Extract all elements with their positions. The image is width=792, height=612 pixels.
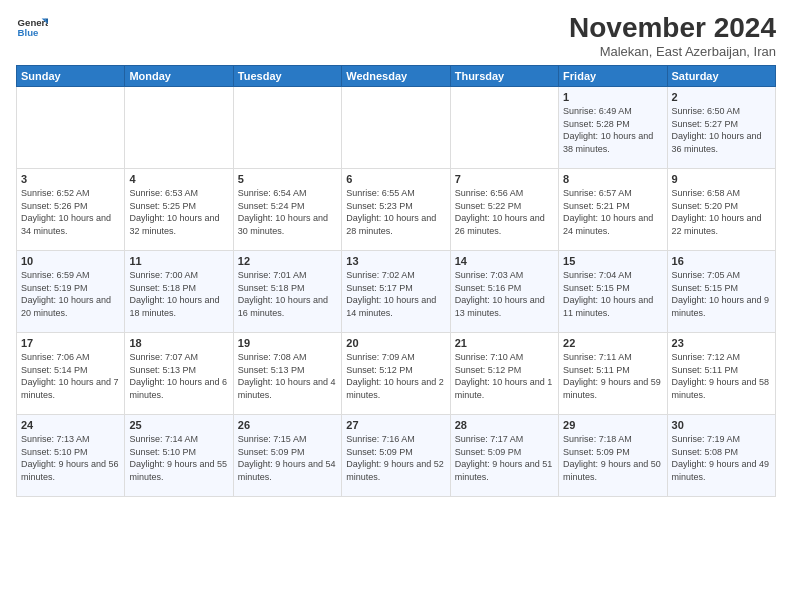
cell-info: Sunrise: 6:58 AM Sunset: 5:20 PM Dayligh…	[672, 187, 771, 237]
day-number: 1	[563, 91, 662, 103]
cell-0-4	[450, 87, 558, 169]
day-number: 12	[238, 255, 337, 267]
cell-4-3: 27Sunrise: 7:16 AM Sunset: 5:09 PM Dayli…	[342, 415, 450, 497]
day-number: 17	[21, 337, 120, 349]
cell-info: Sunrise: 6:52 AM Sunset: 5:26 PM Dayligh…	[21, 187, 120, 237]
cell-info: Sunrise: 6:53 AM Sunset: 5:25 PM Dayligh…	[129, 187, 228, 237]
cell-1-1: 4Sunrise: 6:53 AM Sunset: 5:25 PM Daylig…	[125, 169, 233, 251]
week-row-1: 3Sunrise: 6:52 AM Sunset: 5:26 PM Daylig…	[17, 169, 776, 251]
day-number: 5	[238, 173, 337, 185]
calendar-table: SundayMondayTuesdayWednesdayThursdayFrid…	[16, 65, 776, 497]
main-title: November 2024	[569, 12, 776, 44]
cell-4-6: 30Sunrise: 7:19 AM Sunset: 5:08 PM Dayli…	[667, 415, 775, 497]
cell-info: Sunrise: 7:02 AM Sunset: 5:17 PM Dayligh…	[346, 269, 445, 319]
cell-info: Sunrise: 7:13 AM Sunset: 5:10 PM Dayligh…	[21, 433, 120, 483]
cell-1-2: 5Sunrise: 6:54 AM Sunset: 5:24 PM Daylig…	[233, 169, 341, 251]
day-number: 21	[455, 337, 554, 349]
day-number: 26	[238, 419, 337, 431]
cell-4-5: 29Sunrise: 7:18 AM Sunset: 5:09 PM Dayli…	[559, 415, 667, 497]
cell-info: Sunrise: 6:56 AM Sunset: 5:22 PM Dayligh…	[455, 187, 554, 237]
cell-info: Sunrise: 7:08 AM Sunset: 5:13 PM Dayligh…	[238, 351, 337, 401]
day-number: 20	[346, 337, 445, 349]
day-number: 27	[346, 419, 445, 431]
day-number: 15	[563, 255, 662, 267]
day-number: 16	[672, 255, 771, 267]
cell-4-4: 28Sunrise: 7:17 AM Sunset: 5:09 PM Dayli…	[450, 415, 558, 497]
cell-0-0	[17, 87, 125, 169]
cell-0-5: 1Sunrise: 6:49 AM Sunset: 5:28 PM Daylig…	[559, 87, 667, 169]
cell-2-5: 15Sunrise: 7:04 AM Sunset: 5:15 PM Dayli…	[559, 251, 667, 333]
header-tuesday: Tuesday	[233, 66, 341, 87]
cell-1-3: 6Sunrise: 6:55 AM Sunset: 5:23 PM Daylig…	[342, 169, 450, 251]
cell-1-0: 3Sunrise: 6:52 AM Sunset: 5:26 PM Daylig…	[17, 169, 125, 251]
cell-info: Sunrise: 6:54 AM Sunset: 5:24 PM Dayligh…	[238, 187, 337, 237]
day-number: 18	[129, 337, 228, 349]
calendar-body: 1Sunrise: 6:49 AM Sunset: 5:28 PM Daylig…	[17, 87, 776, 497]
cell-info: Sunrise: 6:55 AM Sunset: 5:23 PM Dayligh…	[346, 187, 445, 237]
header-sunday: Sunday	[17, 66, 125, 87]
title-block: November 2024 Malekan, East Azerbaijan, …	[569, 12, 776, 59]
day-number: 23	[672, 337, 771, 349]
logo: General Blue	[16, 12, 48, 44]
day-number: 9	[672, 173, 771, 185]
cell-2-1: 11Sunrise: 7:00 AM Sunset: 5:18 PM Dayli…	[125, 251, 233, 333]
day-number: 6	[346, 173, 445, 185]
cell-4-2: 26Sunrise: 7:15 AM Sunset: 5:09 PM Dayli…	[233, 415, 341, 497]
day-number: 14	[455, 255, 554, 267]
day-number: 8	[563, 173, 662, 185]
cell-info: Sunrise: 7:04 AM Sunset: 5:15 PM Dayligh…	[563, 269, 662, 319]
cell-0-3	[342, 87, 450, 169]
sub-title: Malekan, East Azerbaijan, Iran	[569, 44, 776, 59]
day-number: 29	[563, 419, 662, 431]
cell-info: Sunrise: 7:19 AM Sunset: 5:08 PM Dayligh…	[672, 433, 771, 483]
cell-3-6: 23Sunrise: 7:12 AM Sunset: 5:11 PM Dayli…	[667, 333, 775, 415]
cell-3-0: 17Sunrise: 7:06 AM Sunset: 5:14 PM Dayli…	[17, 333, 125, 415]
cell-info: Sunrise: 7:11 AM Sunset: 5:11 PM Dayligh…	[563, 351, 662, 401]
cell-info: Sunrise: 7:17 AM Sunset: 5:09 PM Dayligh…	[455, 433, 554, 483]
cell-info: Sunrise: 7:06 AM Sunset: 5:14 PM Dayligh…	[21, 351, 120, 401]
header-friday: Friday	[559, 66, 667, 87]
calendar-header: SundayMondayTuesdayWednesdayThursdayFrid…	[17, 66, 776, 87]
week-row-4: 24Sunrise: 7:13 AM Sunset: 5:10 PM Dayli…	[17, 415, 776, 497]
cell-1-4: 7Sunrise: 6:56 AM Sunset: 5:22 PM Daylig…	[450, 169, 558, 251]
cell-3-5: 22Sunrise: 7:11 AM Sunset: 5:11 PM Dayli…	[559, 333, 667, 415]
header: General Blue November 2024 Malekan, East…	[16, 12, 776, 59]
day-number: 7	[455, 173, 554, 185]
cell-0-2	[233, 87, 341, 169]
cell-4-1: 25Sunrise: 7:14 AM Sunset: 5:10 PM Dayli…	[125, 415, 233, 497]
week-row-0: 1Sunrise: 6:49 AM Sunset: 5:28 PM Daylig…	[17, 87, 776, 169]
cell-info: Sunrise: 7:05 AM Sunset: 5:15 PM Dayligh…	[672, 269, 771, 319]
day-number: 30	[672, 419, 771, 431]
day-number: 13	[346, 255, 445, 267]
cell-info: Sunrise: 6:57 AM Sunset: 5:21 PM Dayligh…	[563, 187, 662, 237]
cell-info: Sunrise: 7:15 AM Sunset: 5:09 PM Dayligh…	[238, 433, 337, 483]
cell-2-2: 12Sunrise: 7:01 AM Sunset: 5:18 PM Dayli…	[233, 251, 341, 333]
cell-info: Sunrise: 6:59 AM Sunset: 5:19 PM Dayligh…	[21, 269, 120, 319]
header-saturday: Saturday	[667, 66, 775, 87]
day-number: 25	[129, 419, 228, 431]
cell-info: Sunrise: 7:07 AM Sunset: 5:13 PM Dayligh…	[129, 351, 228, 401]
day-number: 22	[563, 337, 662, 349]
cell-info: Sunrise: 6:50 AM Sunset: 5:27 PM Dayligh…	[672, 105, 771, 155]
svg-text:Blue: Blue	[18, 27, 39, 38]
week-row-2: 10Sunrise: 6:59 AM Sunset: 5:19 PM Dayli…	[17, 251, 776, 333]
cell-info: Sunrise: 7:01 AM Sunset: 5:18 PM Dayligh…	[238, 269, 337, 319]
cell-1-6: 9Sunrise: 6:58 AM Sunset: 5:20 PM Daylig…	[667, 169, 775, 251]
day-number: 10	[21, 255, 120, 267]
cell-0-1	[125, 87, 233, 169]
day-number: 19	[238, 337, 337, 349]
cell-2-6: 16Sunrise: 7:05 AM Sunset: 5:15 PM Dayli…	[667, 251, 775, 333]
cell-info: Sunrise: 7:18 AM Sunset: 5:09 PM Dayligh…	[563, 433, 662, 483]
cell-3-4: 21Sunrise: 7:10 AM Sunset: 5:12 PM Dayli…	[450, 333, 558, 415]
cell-info: Sunrise: 7:10 AM Sunset: 5:12 PM Dayligh…	[455, 351, 554, 401]
cell-2-4: 14Sunrise: 7:03 AM Sunset: 5:16 PM Dayli…	[450, 251, 558, 333]
header-row: SundayMondayTuesdayWednesdayThursdayFrid…	[17, 66, 776, 87]
cell-info: Sunrise: 7:12 AM Sunset: 5:11 PM Dayligh…	[672, 351, 771, 401]
day-number: 3	[21, 173, 120, 185]
day-number: 2	[672, 91, 771, 103]
header-thursday: Thursday	[450, 66, 558, 87]
cell-info: Sunrise: 7:00 AM Sunset: 5:18 PM Dayligh…	[129, 269, 228, 319]
cell-3-2: 19Sunrise: 7:08 AM Sunset: 5:13 PM Dayli…	[233, 333, 341, 415]
cell-info: Sunrise: 7:03 AM Sunset: 5:16 PM Dayligh…	[455, 269, 554, 319]
day-number: 28	[455, 419, 554, 431]
